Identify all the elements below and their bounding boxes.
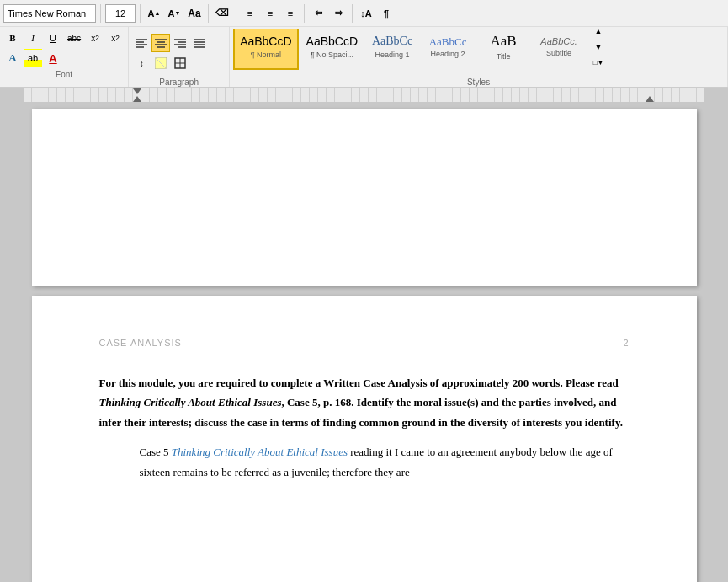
style-heading2[interactable]: AaBbCc Heading 2 bbox=[421, 29, 475, 70]
ribbon: A▲ A▼ Aa ⌫ ≡ ≡ ≡ ⇦ ⇨ ↕A ¶ B I U abc x2 x… bbox=[0, 0, 728, 88]
style-heading1-preview: AaBbCc bbox=[372, 35, 412, 49]
sort-button[interactable]: ↕A bbox=[357, 4, 375, 23]
font-shrink-button[interactable]: A▼ bbox=[165, 4, 183, 23]
separator1 bbox=[100, 4, 101, 23]
separator5 bbox=[304, 4, 305, 23]
page-2-content: CASE ANALYSIS 2 For this module, you are… bbox=[32, 296, 697, 526]
underline-button[interactable]: U bbox=[44, 29, 62, 47]
ribbon-row1: A▲ A▼ Aa ⌫ ≡ ≡ ≡ ⇦ ⇨ ↕A ¶ bbox=[0, 0, 728, 27]
justify-button[interactable] bbox=[190, 34, 209, 52]
style-title-preview: AaB bbox=[490, 33, 516, 50]
ruler-bar bbox=[24, 88, 704, 102]
bullets-button[interactable]: ≡ bbox=[241, 4, 259, 23]
separator4 bbox=[236, 4, 236, 23]
page-2-body: For this module, you are required to com… bbox=[99, 373, 630, 482]
style-normal[interactable]: AaBbCcD ¶ Normal bbox=[233, 29, 298, 70]
ruler bbox=[0, 88, 728, 102]
font-group: B I U abc x2 x2 A ab A Font bbox=[0, 27, 129, 87]
style-heading1[interactable]: AaBbCc Heading 1 bbox=[365, 29, 419, 70]
decrease-indent-button[interactable]: ⇦ bbox=[309, 4, 327, 23]
paragraph-group: ↕ Paragraph bbox=[129, 27, 230, 87]
style-subtitle[interactable]: AaBbCc. Subtitle bbox=[532, 29, 586, 70]
text-effects-button[interactable]: A bbox=[3, 49, 22, 67]
superscript-button[interactable]: x2 bbox=[106, 29, 125, 47]
increase-indent-button[interactable]: ⇨ bbox=[329, 4, 348, 23]
styles-list: AaBbCcD ¶ Normal AaBbCcD ¶ No Spaci... A… bbox=[233, 29, 724, 77]
bold-button[interactable]: B bbox=[3, 29, 22, 47]
show-para-button[interactable]: ¶ bbox=[377, 4, 396, 23]
italic-button[interactable]: I bbox=[24, 29, 42, 47]
p2-book-title: Thinking Critically About Ethical Issues bbox=[172, 446, 348, 458]
ruler-left-margin bbox=[0, 88, 24, 102]
style-nospace-preview: AaBbCcD bbox=[306, 35, 358, 49]
font-format-row1: B I U abc x2 x2 bbox=[3, 29, 125, 47]
page-1 bbox=[32, 109, 697, 286]
style-normal-name: ¶ Normal bbox=[251, 51, 281, 59]
alignment-section: ↕ bbox=[132, 34, 209, 72]
style-heading1-name: Heading 1 bbox=[375, 51, 410, 59]
style-subtitle-preview: AaBbCc. bbox=[540, 36, 577, 47]
align-right-button[interactable] bbox=[171, 34, 189, 52]
numbering-button[interactable]: ≡ bbox=[261, 4, 279, 23]
strikethrough-button[interactable]: abc bbox=[64, 29, 84, 47]
shading-button[interactable] bbox=[151, 54, 170, 72]
indent-marker-top[interactable] bbox=[133, 88, 141, 94]
style-heading2-name: Heading 2 bbox=[431, 50, 465, 58]
ruler-ticks bbox=[24, 88, 704, 102]
font-format-row2: A ab A bbox=[3, 49, 125, 67]
p1-text: For this module, you are required to com… bbox=[99, 376, 623, 429]
align-center-button[interactable] bbox=[151, 34, 170, 52]
style-title[interactable]: AaB Title bbox=[476, 29, 530, 70]
font-grow-button[interactable]: A▲ bbox=[145, 4, 163, 23]
change-case-button[interactable]: Aa bbox=[185, 4, 204, 23]
styles-group: AaBbCcD ¶ Normal AaBbCcD ¶ No Spaci... A… bbox=[230, 27, 728, 87]
paragraph-group-content: ↕ bbox=[132, 29, 226, 77]
right-indent-marker[interactable] bbox=[646, 96, 654, 102]
separator2 bbox=[140, 4, 141, 23]
styles-more-button[interactable]: □▼ bbox=[589, 56, 608, 70]
line-spacing-button[interactable]: ↕ bbox=[132, 54, 151, 72]
multilevel-button[interactable]: ≡ bbox=[281, 4, 300, 23]
font-name-input[interactable] bbox=[3, 4, 96, 23]
font-group-label: Font bbox=[3, 70, 125, 79]
style-nospace[interactable]: AaBbCcD ¶ No Spaci... bbox=[300, 29, 364, 70]
style-normal-preview: AaBbCcD bbox=[240, 35, 291, 49]
paragraph-1: For this module, you are required to com… bbox=[99, 373, 630, 432]
document-area: CASE ANALYSIS 2 For this module, you are… bbox=[0, 102, 728, 582]
style-title-name: Title bbox=[497, 52, 511, 61]
ribbon-row2: B I U abc x2 x2 A ab A Font bbox=[0, 27, 728, 88]
paragraph-2: Case 5 Thinking Critically About Ethical… bbox=[99, 442, 630, 482]
text-highlight-button[interactable]: ab bbox=[24, 49, 42, 67]
clear-format-button[interactable]: ⌫ bbox=[213, 4, 231, 23]
alignment-row2: ↕ bbox=[132, 54, 209, 72]
align-left-button[interactable] bbox=[132, 34, 151, 52]
page-2[interactable]: CASE ANALYSIS 2 For this module, you are… bbox=[32, 296, 697, 582]
page-header: CASE ANALYSIS 2 bbox=[99, 338, 630, 348]
style-nospace-name: ¶ No Spaci... bbox=[311, 51, 353, 59]
styles-scroll: ▲ ▼ □▼ bbox=[589, 29, 608, 70]
styles-group-label: Styles bbox=[233, 77, 724, 87]
style-heading2-preview: AaBbCc bbox=[429, 35, 467, 49]
paragraph-group-label: Paragraph bbox=[132, 77, 226, 87]
page-number: 2 bbox=[623, 338, 629, 348]
ruler-right-margin bbox=[704, 88, 728, 102]
separator6 bbox=[352, 4, 353, 23]
subscript-button[interactable]: x2 bbox=[86, 29, 104, 47]
styles-scroll-down-button[interactable]: ▼ bbox=[589, 40, 608, 54]
alignment-row1 bbox=[132, 34, 209, 52]
borders-button[interactable] bbox=[171, 54, 189, 72]
font-color-button[interactable]: A bbox=[44, 49, 62, 67]
separator3 bbox=[208, 4, 209, 23]
font-size-input[interactable] bbox=[105, 4, 136, 23]
styles-scroll-up-button[interactable]: ▲ bbox=[589, 29, 608, 38]
indent-marker-bottom[interactable] bbox=[133, 96, 141, 102]
style-subtitle-name: Subtitle bbox=[546, 49, 571, 57]
page-header-title: CASE ANALYSIS bbox=[99, 338, 182, 348]
